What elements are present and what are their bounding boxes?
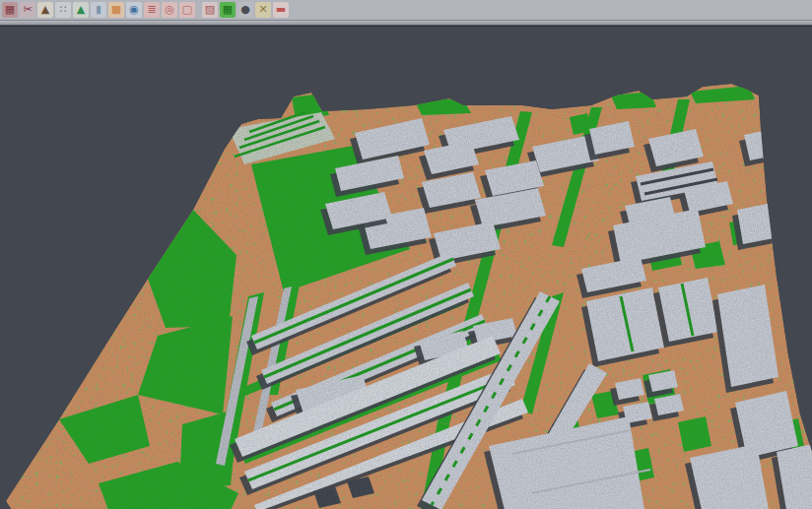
point-cloud-icon-glyph: ∷: [60, 2, 67, 18]
profile-icon[interactable]: ▮: [91, 2, 106, 18]
dem-icon[interactable]: ▲: [73, 2, 89, 18]
profile-icon-glyph: ▮: [96, 2, 102, 18]
render-icon-glyph: ●: [240, 2, 250, 18]
measure-icon[interactable]: ✕: [255, 2, 271, 18]
select-area-icon[interactable]: ▢: [179, 2, 195, 18]
ortho-icon-glyph: ■: [111, 2, 121, 18]
terrain-icon-glyph: ▲: [41, 2, 49, 18]
globe-icon[interactable]: ◉: [126, 2, 142, 18]
render-icon[interactable]: ●: [237, 2, 253, 18]
scissors-icon[interactable]: ✂: [20, 2, 35, 18]
flag-icon-glyph: ▬: [276, 2, 286, 18]
classified-point-cloud: [0, 27, 812, 509]
terrain-icon[interactable]: ▲: [37, 2, 53, 18]
classification-icon-glyph: ▦: [223, 2, 233, 18]
raster-icon[interactable]: ▨: [202, 2, 218, 18]
dataset-icon-glyph: ▦: [5, 2, 15, 18]
report-icon[interactable]: ≣: [144, 2, 160, 18]
main-toolbar: ▦✂▲∷▲▮■◉≣◎▢▨▦●✕▬: [0, 0, 812, 21]
select-area-icon-glyph: ▢: [182, 2, 192, 18]
dataset-icon[interactable]: ▦: [2, 2, 18, 18]
report-icon-glyph: ≣: [147, 2, 156, 18]
point-cloud-icon[interactable]: ∷: [55, 2, 71, 18]
point-cloud-dither-noise: [0, 27, 812, 509]
ortho-icon[interactable]: ■: [108, 2, 124, 18]
settings-icon[interactable]: ◎: [162, 2, 177, 18]
globe-icon-glyph: ◉: [129, 2, 139, 18]
settings-icon-glyph: ◎: [165, 2, 174, 18]
classification-icon[interactable]: ▦: [220, 2, 236, 18]
scissors-icon-glyph: ✂: [23, 2, 32, 18]
measure-icon-glyph: ✕: [258, 2, 267, 18]
raster-icon-glyph: ▨: [205, 2, 215, 18]
3d-viewport[interactable]: [0, 26, 812, 509]
3d-viewport-canvas[interactable]: [0, 27, 812, 509]
dem-icon-glyph: ▲: [77, 2, 85, 18]
point-cloud-app-window: ▦✂▲∷▲▮■◉≣◎▢▨▦●✕▬: [0, 0, 812, 509]
flag-icon[interactable]: ▬: [273, 2, 289, 18]
